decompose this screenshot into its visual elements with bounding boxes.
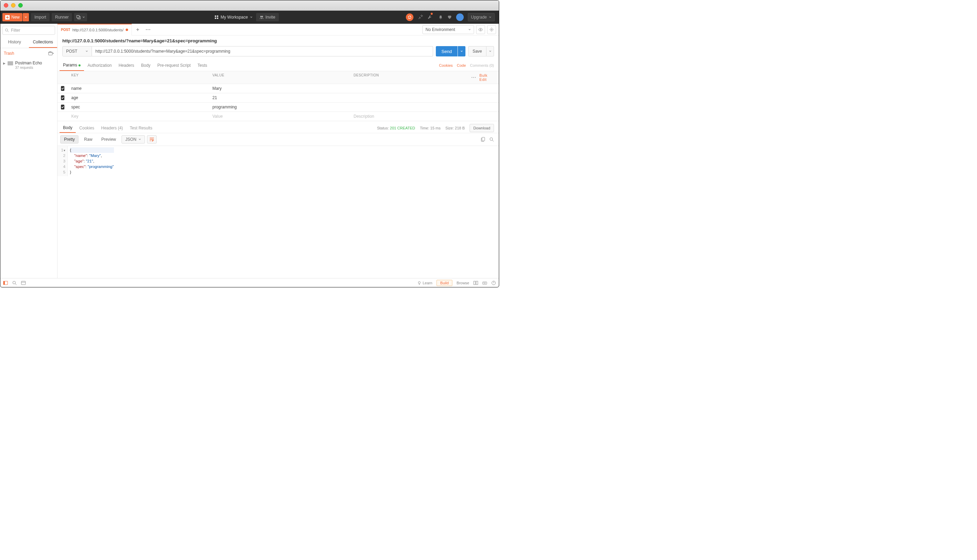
environment-settings-button[interactable] (487, 25, 496, 34)
upgrade-button[interactable]: Upgrade (468, 13, 495, 21)
open-new-button[interactable] (74, 13, 87, 21)
window-close-icon[interactable] (4, 3, 8, 8)
resp-tab-headers[interactable]: Headers (4) (98, 123, 126, 133)
method-select[interactable]: POST (62, 46, 92, 57)
upgrade-label: Upgrade (471, 15, 487, 20)
params-row[interactable]: specprogramming (57, 103, 499, 112)
url-input[interactable]: http://127.0.0.1:5000/students/?name=Mar… (92, 46, 433, 57)
sync-button[interactable] (406, 13, 413, 21)
gear-icon (489, 27, 494, 32)
grid-icon (215, 15, 218, 19)
sidebar-filter-input[interactable]: Filter (2, 26, 55, 35)
satellite-icon[interactable] (418, 15, 423, 20)
param-value[interactable]: 21 (209, 93, 350, 102)
param-desc[interactable] (350, 84, 499, 93)
caret-right-icon: ▶ (3, 62, 5, 65)
view-preview-button[interactable]: Preview (98, 135, 120, 143)
help-icon[interactable] (491, 280, 496, 285)
heart-icon[interactable] (447, 15, 452, 20)
subtab-prerequest[interactable]: Pre-request Script (154, 60, 194, 70)
code-lines: { "name": "Mary", "age": "21", "spec": "… (68, 146, 116, 176)
save-dropdown[interactable] (487, 46, 494, 57)
save-button[interactable]: Save (468, 46, 487, 57)
view-pretty-button[interactable]: Pretty (60, 135, 78, 143)
svg-point-5 (260, 16, 262, 17)
cookies-link[interactable]: Cookies (439, 63, 453, 67)
subtab-authorization[interactable]: Authorization (84, 60, 115, 70)
comments-link[interactable]: Comments (0) (470, 63, 494, 67)
invite-button[interactable]: Invite (256, 13, 279, 21)
chevron-down-icon (489, 16, 492, 18)
send-dropdown[interactable] (458, 46, 465, 57)
send-button[interactable]: Send (436, 46, 457, 57)
open-new-icon (76, 15, 81, 20)
response-body[interactable]: 1▾ 2 3 4 5 { "name": "Mary", "age": "21"… (57, 146, 499, 176)
param-key[interactable]: spec (68, 103, 209, 112)
browse-link[interactable]: Browse (457, 281, 469, 285)
subtab-body[interactable]: Body (138, 60, 154, 70)
new-button[interactable]: New (2, 13, 22, 21)
param-value[interactable]: Mary (209, 84, 350, 93)
params-row[interactable]: nameMary (57, 84, 499, 93)
param-desc[interactable] (350, 93, 499, 102)
user-avatar[interactable] (456, 13, 464, 21)
sidebar-trash-link[interactable]: Trash (4, 51, 14, 56)
resp-tab-body[interactable]: Body (60, 123, 76, 133)
bell-icon[interactable] (438, 15, 443, 20)
environment-preview-button[interactable] (476, 25, 485, 34)
subtab-headers[interactable]: Headers (115, 60, 137, 70)
svg-point-11 (149, 29, 150, 30)
new-dropdown[interactable] (23, 13, 29, 21)
param-key[interactable]: name (68, 84, 209, 93)
collection-item[interactable]: ▶ Postman Echo 37 requests (3, 61, 54, 70)
subtab-params[interactable]: Params (60, 60, 84, 71)
environment-select[interactable]: No Environment (422, 25, 474, 34)
code-link[interactable]: Code (457, 63, 466, 67)
two-pane-icon[interactable] (473, 280, 478, 285)
tab-options-button[interactable] (143, 25, 152, 34)
param-desc[interactable] (350, 103, 499, 112)
request-name[interactable]: http://127.0.0.1:5000/students/?name=Mar… (57, 35, 499, 46)
format-select[interactable]: JSON (122, 135, 145, 143)
sidebar-tab-collections[interactable]: Collections (29, 37, 57, 48)
params-row[interactable]: age21 (57, 93, 499, 103)
plus-icon (5, 15, 10, 20)
new-collection-icon[interactable] (48, 51, 54, 56)
resp-tab-cookies[interactable]: Cookies (76, 123, 97, 133)
param-key[interactable]: age (68, 93, 209, 102)
wrench-icon[interactable] (427, 15, 432, 20)
find-icon[interactable] (12, 280, 17, 285)
runner-button[interactable]: Runner (52, 13, 72, 21)
copy-icon[interactable] (481, 137, 486, 142)
sidebar-tab-history[interactable]: History (0, 37, 29, 48)
param-value-placeholder: Value (209, 112, 350, 121)
unsaved-indicator (126, 28, 128, 31)
wrap-lines-button[interactable] (147, 135, 157, 143)
request-tab-url: http://127.0.0.1:5000/students/ (72, 28, 123, 32)
param-value[interactable]: programming (209, 103, 350, 112)
request-tab[interactable]: POST http://127.0.0.1:5000/students/ (57, 24, 132, 35)
window-zoom-icon[interactable] (18, 3, 23, 8)
download-button[interactable]: Download (470, 124, 494, 132)
params-empty-row[interactable]: Key Value Description (57, 112, 499, 121)
window-minimize-icon[interactable] (11, 3, 15, 8)
bulk-edit-link[interactable]: Bulk Edit (480, 73, 495, 82)
subtab-tests[interactable]: Tests (194, 60, 211, 70)
svg-rect-17 (482, 137, 485, 141)
view-raw-button[interactable]: Raw (80, 135, 96, 143)
checkbox-checked-icon[interactable] (61, 105, 64, 110)
workspace-switcher[interactable]: My Workspace (215, 15, 253, 20)
checkbox-checked-icon[interactable] (61, 95, 64, 100)
build-button[interactable]: Build (437, 280, 452, 286)
search-response-icon[interactable] (489, 137, 494, 142)
new-tab-button[interactable] (133, 25, 142, 34)
console-icon[interactable] (21, 280, 26, 285)
learn-link[interactable]: Learn (417, 281, 432, 285)
resp-tab-tests[interactable]: Test Results (126, 123, 156, 133)
svg-rect-2 (217, 15, 218, 17)
keyboard-icon[interactable] (482, 280, 487, 285)
import-button[interactable]: Import (31, 13, 50, 21)
sidebar-toggle-icon[interactable] (3, 280, 8, 285)
params-options-icon[interactable] (471, 77, 476, 78)
checkbox-checked-icon[interactable] (61, 86, 64, 91)
